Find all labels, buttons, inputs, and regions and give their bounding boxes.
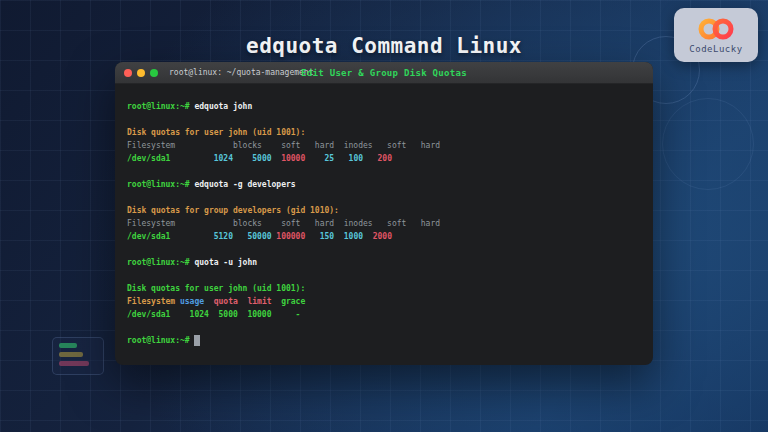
terminal-text-segment: /dev/sda1	[127, 154, 170, 163]
terminal-window: root@linux: ~/quota-management Edit User…	[115, 62, 653, 365]
decorative-bar	[59, 361, 89, 366]
terminal-text-segment: Disk quotas for group developers (gid 10…	[127, 206, 339, 215]
terminal-text-segment: 150	[305, 232, 334, 241]
terminal-text-segment: 2000	[363, 232, 392, 241]
terminal-text-segment: Filesystem blocks soft hard inodes soft …	[127, 141, 440, 150]
decorative-bar	[59, 343, 77, 348]
codelucky-logo: CodeLucky	[674, 8, 758, 62]
terminal-text-segment: root@linux:~#	[127, 180, 190, 189]
terminal-titlebar[interactable]: root@linux: ~/quota-management Edit User…	[115, 62, 653, 84]
terminal-text-segment: usage	[175, 297, 204, 306]
terminal-text-segment: 5000	[233, 154, 272, 163]
terminal-cursor	[194, 335, 200, 346]
terminal-text-segment: Filesystem	[127, 297, 175, 306]
terminal-line: Disk quotas for user john (uid 1001):	[127, 282, 641, 295]
infinity-icon	[694, 16, 738, 42]
terminal-text-segment: edquota john	[190, 102, 253, 111]
decorative-circle	[662, 98, 754, 190]
terminal-blank-line	[127, 321, 641, 334]
terminal-text-segment: Disk quotas for user john (uid 1001):	[127, 128, 305, 137]
terminal-blank-line	[127, 269, 641, 282]
decorative-code-card	[52, 337, 104, 375]
terminal-line: Disk quotas for group developers (gid 10…	[127, 204, 641, 217]
terminal-text-segment: limit	[238, 297, 272, 306]
terminal-text-segment: root@linux:~#	[127, 258, 190, 267]
terminal-text-segment: 200	[363, 154, 392, 163]
terminal-text-segment: root@linux:~#	[127, 102, 190, 111]
terminal-line: Filesystem blocks soft hard inodes soft …	[127, 139, 641, 152]
terminal-blank-line	[127, 165, 641, 178]
terminal-line: Filesystem blocks soft hard inodes soft …	[127, 217, 641, 230]
terminal-text-segment: 10000	[272, 154, 306, 163]
terminal-text-segment: 100000	[272, 232, 306, 241]
terminal-text-segment: /dev/sda1	[127, 232, 170, 241]
logo-text: CodeLucky	[689, 44, 742, 54]
terminal-line: Disk quotas for user john (uid 1001):	[127, 126, 641, 139]
terminal-text-segment: 50000	[233, 232, 272, 241]
decorative-bar	[59, 352, 83, 357]
terminal-text-segment: quota	[204, 297, 238, 306]
terminal-text-segment: edquota -g developers	[190, 180, 296, 189]
terminal-blank-line	[127, 113, 641, 126]
terminal-output[interactable]: root@linux:~# edquota johnDisk quotas fo…	[115, 84, 653, 347]
terminal-text-segment: Filesystem blocks soft hard inodes soft …	[127, 219, 440, 228]
terminal-text-segment: 1024	[170, 154, 233, 163]
terminal-blank-line	[127, 243, 641, 256]
page-background: { "page": { "title": "edquota Command Li…	[0, 0, 768, 432]
terminal-line: /dev/sda1 5120 50000 100000 150 1000 200…	[127, 230, 641, 243]
terminal-line: Filesystem usage quota limit grace	[127, 295, 641, 308]
terminal-line: /dev/sda1 1024 5000 10000 -	[127, 308, 641, 321]
terminal-line: root@linux:~# edquota -g developers	[127, 178, 641, 191]
terminal-blank-line	[127, 191, 641, 204]
terminal-text-segment: Disk quotas for user john (uid 1001):	[127, 284, 305, 293]
terminal-text-segment: 100	[334, 154, 363, 163]
terminal-line: root@linux:~# quota -u john	[127, 256, 641, 269]
terminal-text-segment: root@linux:~#	[127, 336, 194, 345]
terminal-text-segment: grace	[272, 297, 306, 306]
terminal-line: root@linux:~# edquota john	[127, 100, 641, 113]
terminal-line: /dev/sda1 1024 5000 10000 25 100 200	[127, 152, 641, 165]
terminal-text-segment: quota -u john	[190, 258, 257, 267]
terminal-caption: Edit User & Group Disk Quotas	[115, 68, 653, 78]
terminal-text-segment: 1000	[334, 232, 363, 241]
terminal-text-segment: /dev/sda1 1024 5000 10000 -	[127, 310, 300, 319]
terminal-text-segment: 5120	[170, 232, 233, 241]
terminal-text-segment: 25	[305, 154, 334, 163]
page-title: edquota Command Linux	[0, 34, 768, 59]
terminal-line: root@linux:~#	[127, 334, 641, 347]
